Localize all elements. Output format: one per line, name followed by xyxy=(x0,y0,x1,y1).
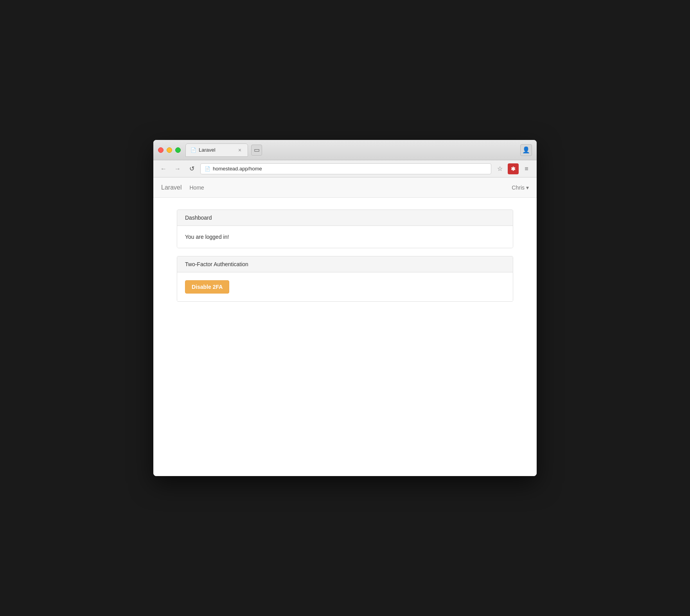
close-traffic-light[interactable] xyxy=(158,147,164,153)
nav-bar: ← → ↺ 📄 homestead.app/home ☆ ✱ ≡ xyxy=(153,160,537,177)
minimize-traffic-light[interactable] xyxy=(167,147,172,153)
new-tab-icon: ▭ xyxy=(254,146,260,154)
title-bar: 📄 Laravel × ▭ 👤 xyxy=(153,140,537,160)
dashboard-card-header: Dashboard xyxy=(177,210,513,226)
nav-home-link[interactable]: Home xyxy=(189,184,204,191)
user-menu[interactable]: Chris ▾ xyxy=(512,184,529,191)
toolbar-icons: ☆ ✱ ≡ xyxy=(494,163,532,174)
tab-page-icon: 📄 xyxy=(190,147,196,153)
tab-bar: 📄 Laravel × ▭ xyxy=(185,143,520,157)
two-factor-card: Two-Factor Authentication Disable 2FA xyxy=(177,256,513,302)
app-brand: Laravel xyxy=(161,184,181,191)
app-navbar: Laravel Home Chris ▾ xyxy=(153,177,537,198)
bookmark-button[interactable]: ☆ xyxy=(494,163,505,174)
dashboard-card-body: You are logged in! xyxy=(177,226,513,248)
new-tab-button[interactable]: ▭ xyxy=(251,145,262,156)
address-url-text: homestead.app/home xyxy=(213,166,487,172)
user-dropdown-icon: ▾ xyxy=(526,184,529,191)
maximize-traffic-light[interactable] xyxy=(175,147,181,153)
address-bar[interactable]: 📄 homestead.app/home xyxy=(200,163,491,174)
main-content: Dashboard You are logged in! Two-Factor … xyxy=(169,198,521,321)
tab-title-label: Laravel xyxy=(199,147,216,153)
two-factor-card-header: Two-Factor Authentication xyxy=(177,256,513,272)
address-page-icon: 📄 xyxy=(205,166,210,172)
browser-window: 📄 Laravel × ▭ 👤 ← → ↺ 📄 homestead.app/ho… xyxy=(153,140,537,476)
forward-button[interactable]: → xyxy=(172,163,183,174)
tab-close-button[interactable]: × xyxy=(237,147,243,153)
profile-button[interactable]: 👤 xyxy=(520,144,532,156)
extension-button[interactable]: ✱ xyxy=(508,163,519,174)
refresh-button[interactable]: ↺ xyxy=(186,163,197,174)
back-button[interactable]: ← xyxy=(158,163,169,174)
disable-2fa-button[interactable]: Disable 2FA xyxy=(185,280,229,294)
user-name-label: Chris xyxy=(512,184,525,191)
menu-button[interactable]: ≡ xyxy=(521,163,532,174)
profile-icon: 👤 xyxy=(522,146,530,154)
traffic-lights xyxy=(158,147,181,153)
dashboard-card: Dashboard You are logged in! xyxy=(177,210,513,248)
app-nav-links: Home xyxy=(189,184,204,191)
page-content: Laravel Home Chris ▾ Dashboard You are l… xyxy=(153,177,537,476)
browser-tab-active[interactable]: 📄 Laravel × xyxy=(185,143,248,157)
two-factor-card-body: Disable 2FA xyxy=(177,272,513,301)
